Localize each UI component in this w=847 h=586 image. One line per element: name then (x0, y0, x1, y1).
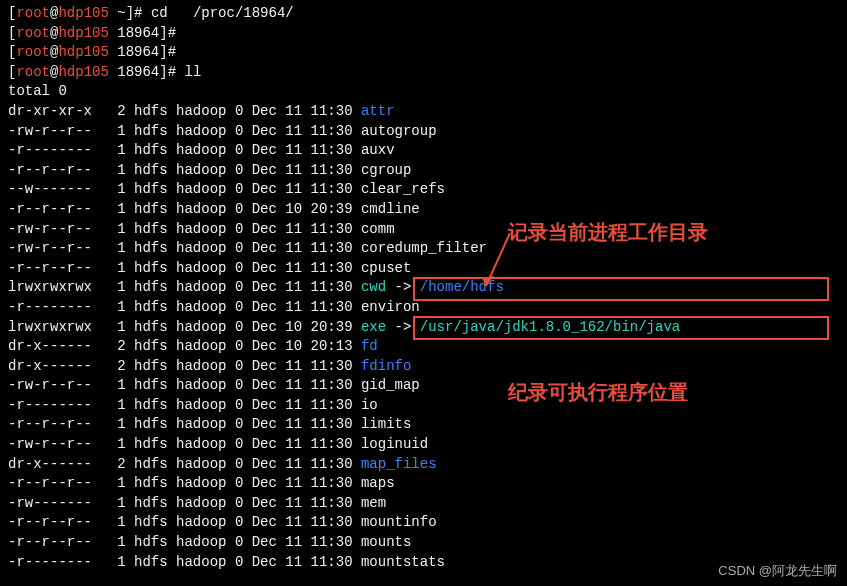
listing-row: dr-x------ 2 hdfs hadoop 0 Dec 11 11:30 … (8, 357, 839, 377)
links: 2 (92, 358, 126, 374)
user: hdfs (134, 319, 168, 335)
link-target: /home/hdfs (420, 279, 504, 295)
size: 0 (235, 534, 243, 550)
month: Dec (252, 416, 277, 432)
user: hdfs (134, 142, 168, 158)
day: 11 (285, 142, 302, 158)
listing-row: -rw-r--r-- 1 hdfs hadoop 0 Dec 11 11:30 … (8, 376, 839, 396)
group: hadoop (176, 338, 226, 354)
group: hadoop (176, 123, 226, 139)
links: 1 (92, 416, 126, 432)
day: 11 (285, 221, 302, 237)
listing-row: -r--r--r-- 1 hdfs hadoop 0 Dec 11 11:30 … (8, 161, 839, 181)
listing-row: -r--r--r-- 1 hdfs hadoop 0 Dec 11 11:30 … (8, 474, 839, 494)
time: 11:30 (311, 299, 353, 315)
file-name: environ (361, 299, 420, 315)
user: hdfs (134, 123, 168, 139)
month: Dec (252, 123, 277, 139)
file-name: cgroup (361, 162, 411, 178)
links: 1 (92, 495, 126, 511)
user: hdfs (134, 103, 168, 119)
month: Dec (252, 279, 277, 295)
day: 10 (285, 319, 302, 335)
day: 11 (285, 397, 302, 413)
links: 1 (92, 181, 126, 197)
links: 1 (92, 397, 126, 413)
perm: -rw-r--r-- (8, 436, 92, 452)
links: 1 (92, 377, 126, 393)
time: 11:30 (311, 162, 353, 178)
month: Dec (252, 221, 277, 237)
day: 11 (285, 103, 302, 119)
user: hdfs (134, 338, 168, 354)
time: 11:30 (311, 240, 353, 256)
links: 1 (92, 299, 126, 315)
group: hadoop (176, 358, 226, 374)
day: 11 (285, 279, 302, 295)
file-name: comm (361, 221, 395, 237)
group: hadoop (176, 416, 226, 432)
file-name: maps (361, 475, 395, 491)
day: 11 (285, 534, 302, 550)
links: 2 (92, 103, 126, 119)
perm: lrwxrwxrwx (8, 319, 92, 335)
perm: -r--r--r-- (8, 201, 92, 217)
listing-row: -rw-r--r-- 1 hdfs hadoop 0 Dec 11 11:30 … (8, 122, 839, 142)
listing-row: -rw-r--r-- 1 hdfs hadoop 0 Dec 11 11:30 … (8, 220, 839, 240)
group: hadoop (176, 103, 226, 119)
group: hadoop (176, 456, 226, 472)
user: hdfs (134, 534, 168, 550)
user: hdfs (134, 358, 168, 374)
perm: -r--r--r-- (8, 162, 92, 178)
file-name: cmdline (361, 201, 420, 217)
listing-row: -rw-r--r-- 1 hdfs hadoop 0 Dec 11 11:30 … (8, 239, 839, 259)
time: 11:30 (311, 554, 353, 570)
perm: -r--r--r-- (8, 416, 92, 432)
time: 11:30 (311, 260, 353, 276)
links: 1 (92, 436, 126, 452)
day: 10 (285, 201, 302, 217)
size: 0 (235, 416, 243, 432)
group: hadoop (176, 299, 226, 315)
month: Dec (252, 103, 277, 119)
prompt-line-2: [root@hdp105 18964]# (8, 24, 839, 44)
group: hadoop (176, 554, 226, 570)
links: 1 (92, 534, 126, 550)
file-name: loginuid (361, 436, 428, 452)
links: 1 (92, 162, 126, 178)
csdn-watermark: CSDN @阿龙先生啊 (718, 562, 837, 580)
perm: dr-xr-xr-x (8, 103, 92, 119)
prompt-line-1[interactable]: [root@hdp105 ~]# cd /proc/18964/ (8, 4, 839, 24)
perm: -r--r--r-- (8, 534, 92, 550)
listing-row: -r-------- 1 hdfs hadoop 0 Dec 11 11:30 … (8, 298, 839, 318)
user: hdfs (134, 299, 168, 315)
size: 0 (235, 260, 243, 276)
size: 0 (235, 397, 243, 413)
group: hadoop (176, 201, 226, 217)
link-target: /usr/java/jdk1.8.0_162/bin/java (420, 319, 680, 335)
day: 11 (285, 456, 302, 472)
prompt-line-4[interactable]: [root@hdp105 18964]# ll (8, 63, 839, 83)
total-line: total 0 (8, 82, 839, 102)
time: 11:30 (311, 377, 353, 393)
time: 11:30 (311, 495, 353, 511)
perm: -rw------- (8, 495, 92, 511)
user: hdfs (134, 456, 168, 472)
group: hadoop (176, 475, 226, 491)
time: 11:30 (311, 456, 353, 472)
file-name: fd (361, 338, 378, 354)
size: 0 (235, 181, 243, 197)
perm: lrwxrwxrwx (8, 279, 92, 295)
file-name: mem (361, 495, 386, 511)
month: Dec (252, 319, 277, 335)
links: 1 (92, 240, 126, 256)
file-name: io (361, 397, 378, 413)
perm: -r-------- (8, 397, 92, 413)
group: hadoop (176, 377, 226, 393)
perm: -r--r--r-- (8, 514, 92, 530)
user: hdfs (134, 260, 168, 276)
links: 1 (92, 260, 126, 276)
file-name: mountinfo (361, 514, 437, 530)
month: Dec (252, 162, 277, 178)
group: hadoop (176, 260, 226, 276)
